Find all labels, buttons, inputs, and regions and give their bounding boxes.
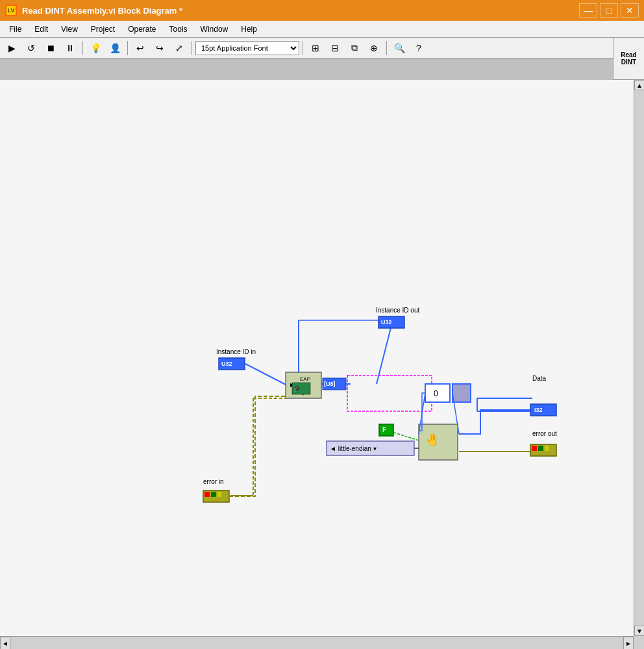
scroll-down-arrow[interactable]: ▼	[634, 626, 644, 636]
step-over-button[interactable]: 👤	[106, 40, 124, 57]
svg-rect-29	[452, 384, 471, 402]
toolbar-sep-2	[127, 41, 128, 55]
menu-help[interactable]: Help	[234, 23, 264, 35]
scroll-left-arrow[interactable]: ◄	[0, 637, 10, 649]
toolbar: ▶ ↺ ⏹ ⏸ 💡 👤 ↩ ↪ ⤢ 15pt Application Font …	[0, 38, 644, 58]
svg-rect-47	[204, 492, 210, 497]
svg-text:[U8]: [U8]	[324, 381, 336, 387]
svg-rect-41	[532, 446, 537, 451]
svg-line-0	[245, 364, 286, 385]
toolbar-sep-3	[192, 41, 192, 55]
menu-bar: File Edit View Project Operate Tools Win…	[0, 21, 644, 38]
svg-text:Data: Data	[532, 375, 547, 382]
menu-edit[interactable]: Edit	[28, 23, 55, 35]
font-selector[interactable]: 15pt Application Font	[195, 41, 299, 55]
highlight-button[interactable]: 💡	[86, 40, 105, 57]
svg-text:0: 0	[434, 389, 438, 398]
svg-rect-42	[538, 446, 543, 451]
svg-rect-48	[211, 492, 216, 497]
svg-text:◄ little-endian ▾: ◄ little-endian ▾	[330, 445, 377, 452]
block-diagram-canvas: EAP ▶ 🎓 → [U8] U32 Instance ID in U32 In…	[0, 80, 623, 636]
menu-file[interactable]: File	[3, 23, 28, 35]
close-button[interactable]: ✕	[621, 3, 639, 18]
svg-rect-50	[204, 497, 228, 501]
reorder-button[interactable]: ⧉	[345, 40, 364, 57]
svg-rect-44	[532, 451, 555, 455]
menu-view[interactable]: View	[55, 23, 84, 35]
svg-text:F: F	[382, 426, 386, 433]
svg-text:Instance ID out: Instance ID out	[376, 307, 419, 314]
read-dint-line1: Read	[621, 51, 636, 58]
scrollbar-right[interactable]: ▲ ▼	[634, 80, 644, 636]
minimize-button[interactable]: —	[579, 3, 597, 18]
menu-window[interactable]: Window	[194, 23, 235, 35]
scroll-up-arrow[interactable]: ▲	[634, 80, 644, 90]
resize-button[interactable]: ⊕	[365, 40, 383, 57]
svg-text:→: →	[301, 392, 305, 397]
toolbar-sep-5	[386, 41, 387, 55]
align-button[interactable]: ⊞	[306, 40, 325, 57]
toolbar-sep-1	[82, 41, 83, 55]
read-dint-panel: Read DINT	[613, 38, 644, 80]
undo-button[interactable]: ↩	[131, 40, 149, 57]
menu-operate[interactable]: Operate	[121, 23, 162, 35]
help-button[interactable]: ?	[410, 40, 428, 57]
run-button[interactable]: ▶	[3, 40, 21, 57]
svg-text:EAP: EAP	[300, 376, 310, 382]
window-title: Read DINT Assembly.vi Block Diagram *	[22, 6, 182, 16]
svg-rect-49	[217, 492, 221, 497]
scrollbar-bottom[interactable]: ◄ ►	[0, 636, 634, 649]
svg-text:U32: U32	[381, 319, 392, 325]
svg-rect-2	[347, 375, 432, 411]
toolbar-extra1[interactable]: ⤢	[170, 40, 188, 57]
abort-button[interactable]: ⏹	[42, 40, 60, 57]
svg-text:error in: error in	[203, 478, 224, 485]
distribute-button[interactable]: ⊟	[326, 40, 344, 57]
svg-text:Instance ID in: Instance ID in	[216, 348, 256, 355]
svg-text:🤚: 🤚	[425, 433, 440, 447]
window-controls: — □ ✕	[579, 3, 639, 18]
search-button[interactable]: 🔍	[390, 40, 408, 57]
menu-project[interactable]: Project	[84, 23, 121, 35]
svg-text:I32: I32	[534, 407, 543, 413]
svg-line-3	[377, 320, 393, 384]
diagram-area[interactable]: EAP ▶ 🎓 → [U8] U32 Instance ID in U32 In…	[0, 80, 644, 636]
scroll-right-arrow[interactable]: ►	[623, 637, 634, 649]
svg-text:U32: U32	[221, 361, 232, 367]
app-icon: LV	[5, 5, 17, 16]
menu-tools[interactable]: Tools	[163, 23, 194, 35]
run-continuously-button[interactable]: ↺	[22, 40, 40, 57]
title-bar: LV Read DINT Assembly.vi Block Diagram *…	[0, 0, 644, 21]
svg-text:🎓: 🎓	[293, 385, 301, 392]
redo-button[interactable]: ↪	[151, 40, 169, 57]
titlebar-left: LV Read DINT Assembly.vi Block Diagram *	[5, 5, 182, 16]
maximize-button[interactable]: □	[600, 3, 618, 18]
svg-text:error out: error out	[532, 430, 557, 437]
read-dint-line2: DINT	[621, 58, 636, 66]
pause-button[interactable]: ⏸	[61, 40, 79, 57]
svg-rect-43	[545, 446, 549, 451]
scrollbar-corner	[634, 636, 644, 649]
toolbar-sep-4	[303, 41, 303, 55]
